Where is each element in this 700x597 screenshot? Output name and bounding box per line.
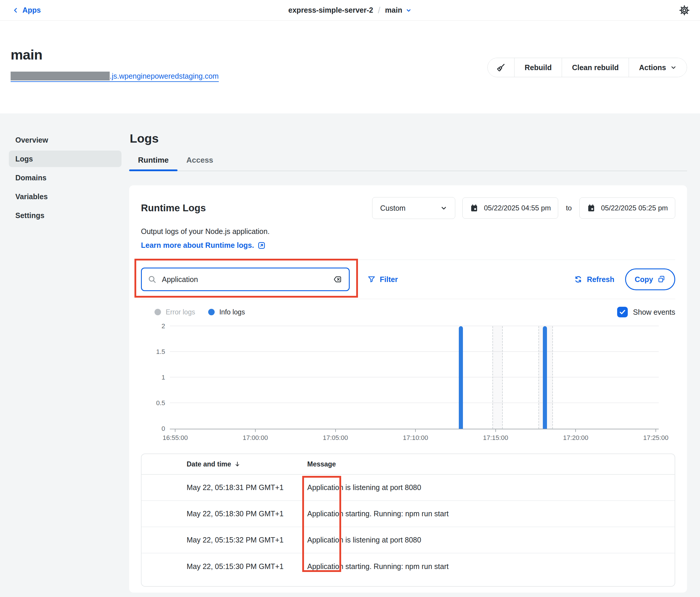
clear-search-button[interactable] [332,275,343,284]
refresh-label: Refresh [587,275,614,284]
x-axis-tick-label: 17:05:00 [323,434,348,442]
url-redaction-overlay [10,72,110,80]
error-logs-dot[interactable] [154,309,161,315]
panel-description: Output logs of your Node.js application. [141,227,675,236]
backspace-clear-icon [332,275,343,284]
chart-gridline [170,326,659,326]
table-row[interactable]: May 22, 05:15:30 PM GMT+1Application sta… [142,553,675,580]
log-message: Application is listening at port 8080 [307,536,421,544]
time-range-select[interactable]: Custom [372,197,455,219]
sidebar-item-overview[interactable]: Overview [9,132,122,148]
x-axis-tick-mark [495,429,496,432]
column-header-message[interactable]: Message [307,460,336,468]
search-icon [148,275,156,284]
column-header-date[interactable]: Date and time [186,460,307,468]
breadcrumb-separator: / [378,5,380,15]
clean-cache-broom-button[interactable] [488,58,515,77]
funnel-filter-icon [367,275,376,283]
x-axis-tick-label: 17:25:00 [643,434,669,442]
y-axis-tick-label: 1 [161,374,165,381]
breadcrumb-app-name[interactable]: express-simple-server-2 [289,6,373,15]
url-visible-text: .js.wpenginepoweredstaging.com [110,72,219,80]
table-row[interactable]: May 22, 05:18:31 PM GMT+1Application is … [142,475,675,501]
logs-toolbar: Application Filter [141,260,675,299]
page-title: main [10,47,219,63]
show-events-checkbox[interactable]: Show events [617,307,675,317]
table-row[interactable]: May 22, 05:15:32 PM GMT+1Application is … [142,527,675,553]
log-timestamp: May 22, 05:18:31 PM GMT+1 [186,483,307,492]
deploy-event-band [493,326,503,429]
chart-legend-row: Error logs Info logs Show events [141,307,675,317]
y-axis-tick-label: 0.5 [156,399,165,407]
date-from-input[interactable]: 05/22/2025 04:55 pm [462,198,558,219]
chevron-down-icon [406,7,411,13]
filter-button[interactable]: Filter [366,275,400,284]
breadcrumb: express-simple-server-2 / main [289,5,411,15]
rebuild-button[interactable]: Rebuild [515,58,562,77]
learn-more-link[interactable]: Learn more about Runtime logs. [141,241,266,250]
time-range-value: Custom [380,204,405,212]
sidebar-item-variables[interactable]: Variables [9,188,122,205]
page-header: main .js.wpenginepoweredstaging.com Rebu… [0,21,700,113]
calendar-icon [470,204,479,212]
y-axis-tick-label: 0 [161,425,165,433]
search-value: Application [162,275,327,284]
environment-url-link[interactable]: .js.wpenginepoweredstaging.com [10,72,219,82]
copy-button[interactable]: Copy [625,268,676,290]
x-axis-tick-label: 17:20:00 [563,434,589,442]
chart-gridline [170,351,659,352]
copy-icon [657,275,666,283]
info-logs-bar[interactable] [543,326,547,429]
log-message: Application starting. Running: npm run s… [307,562,449,571]
log-message: Application is listening at port 8080 [307,483,421,492]
tab-runtime[interactable]: Runtime [129,156,177,171]
log-timestamp: May 22, 05:15:30 PM GMT+1 [186,562,307,571]
table-body: May 22, 05:18:31 PM GMT+1Application is … [142,475,675,580]
x-axis-tick-label: 17:10:00 [403,434,428,442]
x-axis-tick-mark [175,429,175,432]
info-logs-bar[interactable] [459,326,463,429]
gear-icon [679,5,690,16]
logs-chart: 00.511.52 16:55:0017:00:0017:05:0017:10:… [141,326,675,446]
sidebar: OverviewLogsDomainsVariablesSettings [9,131,122,224]
settings-gear-button[interactable] [678,3,691,17]
sidebar-item-settings[interactable]: Settings [9,207,122,224]
calendar-icon [587,204,596,212]
refresh-button[interactable]: Refresh [572,275,616,284]
learn-more-label: Learn more about Runtime logs. [141,241,254,250]
tab-access[interactable]: Access [177,156,222,171]
x-axis-tick-mark [255,429,256,432]
checkbox-checked-icon [617,307,628,317]
tabs: Runtime Access [129,156,687,171]
broom-icon [496,62,506,73]
environment-name: main [385,6,402,15]
environment-switcher[interactable]: main [385,6,411,15]
date-to-value: 05/22/2025 05:25 pm [601,204,668,212]
clean-rebuild-button[interactable]: Clean rebuild [562,58,629,77]
chart-plot-area: 00.511.52 [170,326,659,429]
error-logs-label[interactable]: Error logs [166,308,195,316]
sidebar-item-logs[interactable]: Logs [9,151,122,167]
x-axis-tick-mark [655,429,656,432]
x-axis-tick-label: 17:00:00 [243,434,268,442]
panel-title: Runtime Logs [141,203,206,214]
refresh-icon [574,275,583,284]
y-axis-tick-label: 2 [161,322,165,330]
runtime-logs-panel: Runtime Logs Custom [129,185,687,593]
info-logs-label[interactable]: Info logs [219,308,245,316]
sort-descending-arrow-icon [234,461,241,468]
header-actions-group: Rebuild Clean rebuild Actions [488,58,687,77]
search-input[interactable]: Application [141,267,350,291]
back-to-apps-link[interactable]: Apps [12,6,41,15]
section-title: Logs [130,132,687,146]
chevron-down-icon [440,205,447,212]
log-message: Application starting. Running: npm run s… [307,510,449,518]
actions-menu-button[interactable]: Actions [629,58,687,77]
sidebar-item-domains[interactable]: Domains [9,170,122,186]
chevron-down-icon [670,64,677,71]
chart-gridline [170,403,659,403]
info-logs-dot[interactable] [208,309,215,315]
date-from-value: 05/22/2025 04:55 pm [484,204,551,212]
table-row[interactable]: May 22, 05:18:30 PM GMT+1Application sta… [142,501,675,527]
date-to-input[interactable]: 05/22/2025 05:25 pm [579,198,675,219]
